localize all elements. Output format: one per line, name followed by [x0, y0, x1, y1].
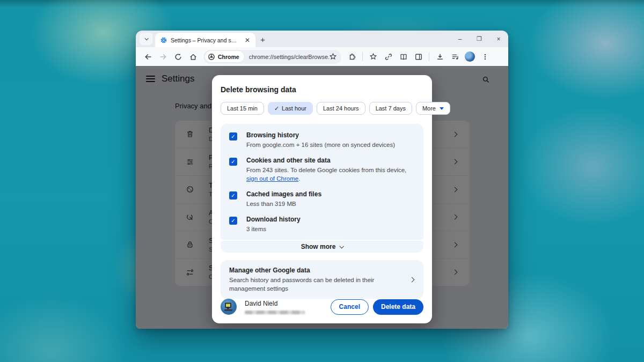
tab-strip: Settings – Privacy and security ✕ + – ❐ … — [136, 31, 508, 47]
link-icon — [384, 53, 393, 61]
bookmarks-button[interactable] — [366, 49, 380, 64]
sign-out-link[interactable]: sign out of Chrome — [246, 175, 298, 182]
item-title: Cached images and files — [246, 190, 321, 198]
url-text: chrome://settings/clearBrowse... — [249, 54, 329, 60]
avatar-image — [465, 51, 475, 62]
item-cached-images[interactable]: ✓ Cached images and files Less than 319 … — [221, 187, 423, 212]
new-tab-button[interactable]: + — [260, 35, 265, 43]
forward-button[interactable] — [156, 49, 170, 64]
checkbox-checked[interactable]: ✓ — [229, 158, 237, 166]
tab-settings[interactable]: Settings – Privacy and security ✕ — [155, 33, 255, 47]
side-panel-icon — [414, 53, 423, 61]
item-title: Cookies and other site data — [246, 157, 415, 165]
downloads-button[interactable] — [433, 49, 447, 64]
chip-label: Last 24 hours — [323, 105, 359, 112]
side-panel-button[interactable] — [411, 49, 426, 64]
window-controls: – ❐ × — [450, 31, 508, 47]
chip-label: Last hour — [282, 105, 306, 112]
delete-data-button[interactable]: Delete data — [373, 299, 423, 315]
tab-title: Settings – Privacy and security — [171, 37, 240, 43]
delete-browsing-data-dialog: Delete browsing data Last 15 min ✓Last h… — [212, 75, 432, 323]
close-button[interactable]: × — [489, 35, 508, 43]
reload-icon — [174, 53, 182, 61]
dialog-footer: David Nield Cancel Delete data — [221, 299, 423, 315]
item-browsing-history[interactable]: ✓ Browsing history From google.com + 16 … — [221, 128, 423, 153]
manage-title: Manage other Google data — [229, 266, 401, 275]
profile-avatar[interactable] — [463, 49, 477, 64]
arrow-right-icon — [159, 53, 167, 61]
tab-groups-button[interactable] — [448, 49, 462, 64]
check-icon: ✓ — [274, 105, 279, 112]
cancel-button[interactable]: Cancel — [331, 299, 369, 315]
chip-more-dropdown[interactable]: More — [416, 102, 450, 115]
gear-icon — [160, 36, 167, 44]
home-button[interactable] — [186, 49, 200, 64]
arrow-left-icon — [144, 53, 152, 61]
chip-label: Last 7 days — [376, 105, 406, 112]
item-subtitle: 3 items — [246, 225, 301, 233]
chip-last-hour[interactable]: ✓Last hour — [268, 102, 313, 115]
item-title: Browsing history — [246, 131, 395, 139]
chrome-logo-icon — [208, 53, 215, 61]
item-download-history[interactable]: ✓ Download history 3 items — [221, 212, 423, 237]
item-cookies[interactable]: ✓ Cookies and other site data From 243 s… — [221, 153, 423, 187]
chip-label: Last 15 min — [227, 105, 258, 112]
toolbar-divider — [362, 52, 363, 61]
home-icon — [189, 53, 197, 61]
time-range-chips: Last 15 min ✓Last hour Last 24 hours Las… — [221, 102, 423, 115]
show-more-label: Show more — [301, 243, 336, 250]
chevron-right-icon — [409, 277, 415, 282]
reload-button[interactable] — [171, 49, 185, 64]
book-icon — [399, 53, 408, 61]
tab-close-icon[interactable]: ✕ — [243, 36, 252, 44]
extensions-button[interactable] — [345, 49, 359, 64]
toolbar-divider — [429, 52, 429, 61]
maximize-button[interactable]: ❐ — [470, 35, 489, 42]
settings-page: Settings Privacy and s DeleDele PrivaRev… — [136, 66, 508, 329]
caret-down-icon — [440, 107, 444, 110]
star-icon — [369, 53, 377, 61]
address-bar[interactable]: Chrome chrome://settings/clearBrowse... — [203, 50, 341, 64]
chevron-down-icon — [340, 244, 344, 248]
copy-link-button[interactable] — [381, 49, 396, 64]
manage-subtitle: Search history and passwords can be dele… — [229, 276, 401, 293]
minimize-button[interactable]: – — [450, 35, 470, 43]
chip-last-7-days[interactable]: Last 7 days — [369, 102, 412, 115]
item-subtitle: Less than 319 MB — [246, 200, 321, 208]
checkbox-checked[interactable]: ✓ — [229, 217, 237, 225]
manage-google-data-card[interactable]: Manage other Google data Search history … — [221, 260, 423, 299]
email-redacted — [245, 311, 305, 314]
item-title: Download history — [246, 216, 301, 224]
user-name: David Nield — [245, 300, 305, 307]
reading-list-button[interactable] — [396, 49, 411, 64]
chip-last-24-hours[interactable]: Last 24 hours — [317, 102, 365, 115]
puzzle-icon — [348, 53, 356, 61]
chrome-chip-label: Chrome — [218, 54, 239, 60]
checkbox-checked[interactable]: ✓ — [229, 191, 237, 200]
list-icon — [451, 53, 459, 61]
chevron-down-icon — [145, 36, 149, 40]
browser-window: Settings – Privacy and security ✕ + – ❐ … — [136, 31, 508, 329]
tab-search-button[interactable] — [140, 33, 153, 45]
chip-last-15-min[interactable]: Last 15 min — [221, 102, 264, 115]
menu-button[interactable] — [478, 49, 492, 64]
user-avatar — [221, 299, 237, 315]
data-type-list: ✓ Browsing history From google.com + 16 … — [221, 124, 423, 240]
bookmark-star-icon[interactable] — [329, 53, 337, 61]
chrome-chip[interactable]: Chrome — [205, 51, 244, 62]
checkbox-checked[interactable]: ✓ — [229, 132, 237, 141]
kebab-menu-icon — [481, 53, 489, 61]
download-icon — [436, 53, 444, 61]
item-subtitle: From 243 sites. To delete Google cookies… — [246, 166, 415, 183]
chip-label: More — [422, 105, 436, 112]
item-subtitle: From google.com + 16 sites (more on sync… — [246, 141, 395, 149]
show-more-button[interactable]: Show more — [221, 241, 423, 253]
browser-toolbar: Chrome chrome://settings/clearBrowse... — [136, 47, 508, 66]
dialog-title: Delete browsing data — [221, 85, 423, 94]
back-button[interactable] — [141, 49, 155, 64]
